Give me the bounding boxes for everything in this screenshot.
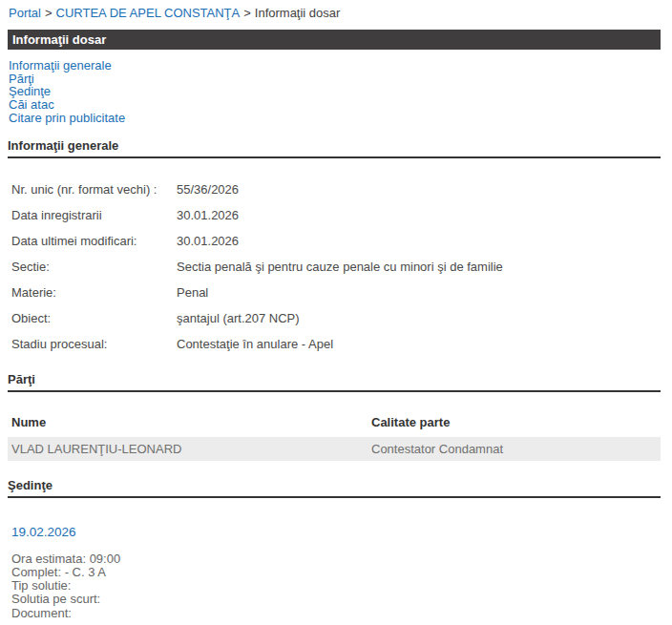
- field-label: Obiect:: [11, 312, 177, 325]
- field-row-stadiu-procesual: Stadiu procesual:Contestaţie în anulare …: [11, 338, 661, 351]
- session-date-link[interactable]: 19.02.2026: [11, 525, 76, 539]
- field-value: Penal: [177, 285, 208, 300]
- session-detail-ora-estimata: Ora estimata: 09:00: [11, 552, 661, 566]
- field-value: şantajul (art.207 NCP): [177, 311, 300, 325]
- parts-column-nume: Nume: [8, 415, 368, 437]
- session-detail-tip-solutie: Tip solutie:: [11, 579, 661, 593]
- field-label: Materie:: [11, 286, 177, 300]
- nav-link-informatii-generale[interactable]: Informaţii generale: [9, 59, 661, 73]
- field-label: Sectie:: [11, 260, 177, 274]
- field-label: Data inregistrarii: [11, 209, 177, 222]
- session-details: Ora estimata: 09:00 Complet: - C. 3 A Ti…: [11, 552, 661, 620]
- session-entry: 19.02.2026 Ora estimata: 09:00 Complet: …: [8, 523, 661, 620]
- page-title: Informaţii dosar: [12, 32, 106, 47]
- breadcrumb-current: Informaţii dosar: [255, 6, 341, 20]
- page-title-bar: Informaţii dosar: [8, 30, 661, 50]
- parts-column-calitate-parte: Calitate parte: [368, 415, 661, 437]
- nav-link-cai-atac[interactable]: Căi atac: [9, 98, 661, 112]
- section-nav: Informaţii generale Părţi Şedinţe Căi at…: [8, 59, 661, 125]
- field-row-nr-unic: Nr. unic (nr. format vechi) :55/36/2026: [11, 183, 661, 197]
- nav-link-sedinte[interactable]: Şedinţe: [9, 85, 661, 98]
- breadcrumb: Portal>CURTEA DE APEL CONSTANŢA>Informaţ…: [8, 6, 661, 20]
- field-row-obiect: Obiect:şantajul (art.207 NCP): [11, 312, 661, 325]
- field-value: 55/36/2026: [177, 182, 239, 197]
- breadcrumb-link-court[interactable]: CURTEA DE APEL CONSTANŢA: [56, 6, 241, 20]
- field-value: Sectia penală şi pentru cauze penale cu …: [177, 260, 503, 274]
- field-value: 30.01.2026: [177, 208, 239, 222]
- case-details-page: Portal>CURTEA DE APEL CONSTANŢA>Informaţ…: [0, 0, 672, 625]
- session-detail-solutia-pe-scurt: Solutia pe scurt:: [11, 593, 661, 606]
- field-row-materie: Materie:Penal: [11, 286, 661, 300]
- section-heading-sedinte: Şedinţe: [8, 478, 661, 498]
- parts-table-header-row: Nume Calitate parte: [8, 415, 661, 437]
- session-detail-document: Document:: [11, 607, 661, 620]
- general-info-fields: Nr. unic (nr. format vechi) :55/36/2026 …: [8, 183, 661, 351]
- field-label: Stadiu procesual:: [11, 338, 177, 351]
- breadcrumb-link-portal[interactable]: Portal: [9, 6, 41, 20]
- parts-table: Nume Calitate parte VLAD LAURENŢIU-LEONA…: [8, 415, 661, 461]
- nav-link-parti[interactable]: Părţi: [9, 73, 661, 86]
- breadcrumb-separator: >: [240, 6, 255, 20]
- session-detail-complet: Complet: - C. 3 A: [11, 566, 661, 579]
- field-value: 30.01.2026: [177, 234, 239, 248]
- section-heading-parti: Părţi: [8, 372, 661, 392]
- field-row-sectie: Sectie:Sectia penală şi pentru cauze pen…: [11, 260, 661, 274]
- field-row-data-inregistrarii: Data inregistrarii30.01.2026: [11, 209, 661, 222]
- section-heading-informatii-generale: Informaţii generale: [8, 138, 661, 158]
- breadcrumb-separator: >: [41, 6, 56, 20]
- nav-link-citare-prin-publicitate[interactable]: Citare prin publicitate: [9, 112, 661, 125]
- table-row: VLAD LAURENŢIU-LEONARD Contestator Conda…: [8, 437, 661, 461]
- party-name: VLAD LAURENŢIU-LEONARD: [8, 437, 368, 461]
- field-label: Nr. unic (nr. format vechi) :: [11, 183, 177, 197]
- field-value: Contestaţie în anulare - Apel: [177, 337, 333, 351]
- field-row-data-ultimei-modificari: Data ultimei modificari:30.01.2026: [11, 235, 661, 248]
- party-role: Contestator Condamnat: [368, 437, 661, 461]
- field-label: Data ultimei modificari:: [11, 235, 177, 248]
